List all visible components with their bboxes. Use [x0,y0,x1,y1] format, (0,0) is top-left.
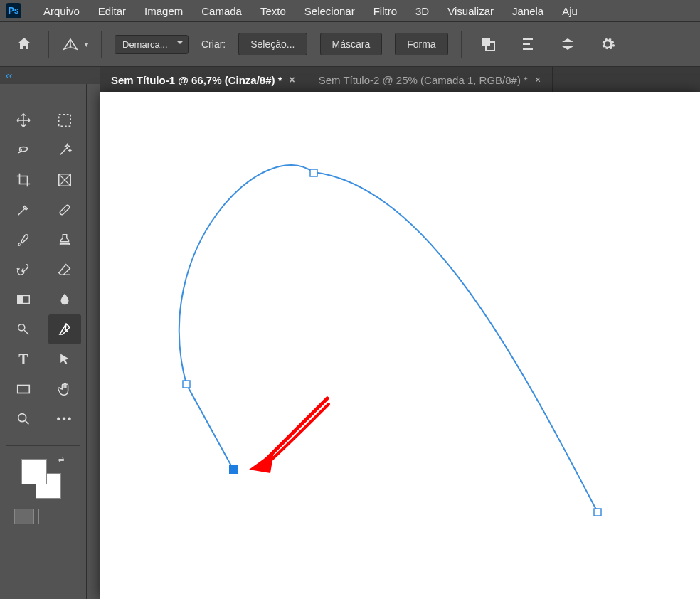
menu-arquivo[interactable]: Arquivo [34,5,89,17]
close-icon[interactable]: × [535,74,541,85]
home-icon [16,36,33,53]
mask-button[interactable]: Máscara [320,33,383,55]
menu-ajuda[interactable]: Aju [553,5,587,17]
eyedropper-tool[interactable] [7,195,40,225]
menu-camada[interactable]: Camada [192,5,251,17]
menu-imagem[interactable]: Imagem [135,5,192,17]
chevron-down-icon: ▾ [85,41,88,48]
hand-tool[interactable] [48,374,81,404]
arrange-icon [560,36,576,52]
document-canvas[interactable] [100,92,700,599]
frame-tool[interactable] [48,165,81,195]
crop-icon [16,172,31,188]
tools-grid: T ••• [0,105,86,434]
doc-tab-1[interactable]: Sem Título-1 @ 66,7% (Cinza/8#) * × [100,67,307,92]
menu-visualizar[interactable]: Visualizar [438,5,503,17]
type-tool[interactable]: T [7,344,40,374]
dodge-tool[interactable] [7,314,40,344]
move-tool[interactable] [7,105,40,135]
eraser-icon [57,262,73,277]
history-brush-tool[interactable] [7,255,40,285]
svg-point-12 [65,329,67,331]
bezier-path[interactable] [179,165,598,512]
path-arrange-button[interactable] [554,31,581,58]
menu-3d[interactable]: 3D [406,5,438,17]
menu-editar[interactable]: Editar [89,5,135,17]
path-operations-button[interactable] [474,31,502,58]
anchor-point-selected[interactable] [229,465,238,474]
gradient-icon [16,292,31,307]
pen-icon [56,321,73,338]
document-tabs: Sem Título-1 @ 66,7% (Cinza/8#) * × Sem … [100,67,700,92]
type-icon: T [18,351,28,368]
rectangle-icon [16,381,31,397]
zoom-tool[interactable] [7,404,40,434]
panel-divider [6,445,80,446]
separator [101,31,102,58]
stamp-icon [57,232,73,248]
gear-icon [600,36,615,52]
doc-tab-label: Sem Título-1 @ 66,7% (Cinza/8#) * [111,74,282,86]
blur-tool[interactable] [48,285,81,314]
separator [48,31,49,58]
pen-tool[interactable] [48,314,81,344]
arrow-icon [58,352,72,366]
svg-rect-10 [18,296,23,304]
eyedropper-icon [16,202,31,218]
app-logo: Ps [6,3,21,18]
menu-bar: Ps Arquivo Editar Imagem Camada Texto Se… [0,0,700,21]
brush-tool[interactable] [7,225,40,255]
menu-janela[interactable]: Janela [503,5,553,17]
quickmask-mode-button[interactable] [38,509,58,524]
rectangle-tool[interactable] [7,374,40,404]
pen-tool-preset-icon [62,36,80,52]
tools-panel: T ••• ⇄ [0,84,87,599]
svg-rect-13 [18,386,30,393]
bandaid-icon [57,202,73,218]
panel-collapse-button[interactable]: ‹‹ [0,67,100,84]
frame-icon [57,172,73,188]
hand-icon [57,381,73,397]
swap-colors-icon[interactable]: ⇄ [58,456,64,464]
gradient-tool[interactable] [7,285,40,314]
lasso-icon [16,142,31,158]
anchor-point[interactable] [310,169,317,176]
edit-toolbar-button[interactable]: ••• [48,404,81,434]
anchor-point[interactable] [183,381,190,388]
marquee-tool[interactable] [48,105,81,135]
annotation-arrow [249,398,329,473]
standard-mode-button[interactable] [14,509,34,524]
settings-button[interactable] [594,31,621,58]
separator [461,31,462,58]
eraser-tool[interactable] [48,255,81,285]
magic-wand-tool[interactable] [48,135,81,165]
path-select-tool[interactable] [48,344,81,374]
lasso-tool[interactable] [7,135,40,165]
foreground-color-swatch[interactable] [21,459,47,484]
dodge-icon [16,322,31,337]
shape-button[interactable]: Forma [395,33,447,55]
canvas-area[interactable] [100,92,700,599]
home-button[interactable] [13,33,36,55]
selection-button[interactable]: Seleção... [238,33,307,55]
mode-dropdown[interactable]: Demarca... [115,35,189,54]
healing-tool[interactable] [48,195,81,225]
menu-filtro[interactable]: Filtro [364,5,406,17]
svg-point-11 [18,324,25,331]
path-alignment-button[interactable] [514,31,541,58]
tool-preset-dropdown[interactable]: ▾ [62,36,88,52]
anchor-point[interactable] [594,509,601,516]
doc-tab-label: Sem Título-2 @ 25% (Camada 1, RGB/8#) * [319,74,528,86]
canvas-path-drawing [100,92,700,599]
crop-tool[interactable] [7,165,40,195]
svg-point-8 [65,211,66,211]
doc-tab-2[interactable]: Sem Título-2 @ 25% (Camada 1, RGB/8#) * … [307,67,553,92]
brush-icon [16,232,31,248]
quickmask-toggle [14,509,86,524]
close-icon[interactable]: × [290,74,295,85]
svg-point-14 [18,414,26,422]
color-swatches[interactable]: ⇄ [21,459,61,499]
menu-selecionar[interactable]: Selecionar [295,5,364,17]
stamp-tool[interactable] [48,225,81,255]
menu-texto[interactable]: Texto [251,5,295,17]
